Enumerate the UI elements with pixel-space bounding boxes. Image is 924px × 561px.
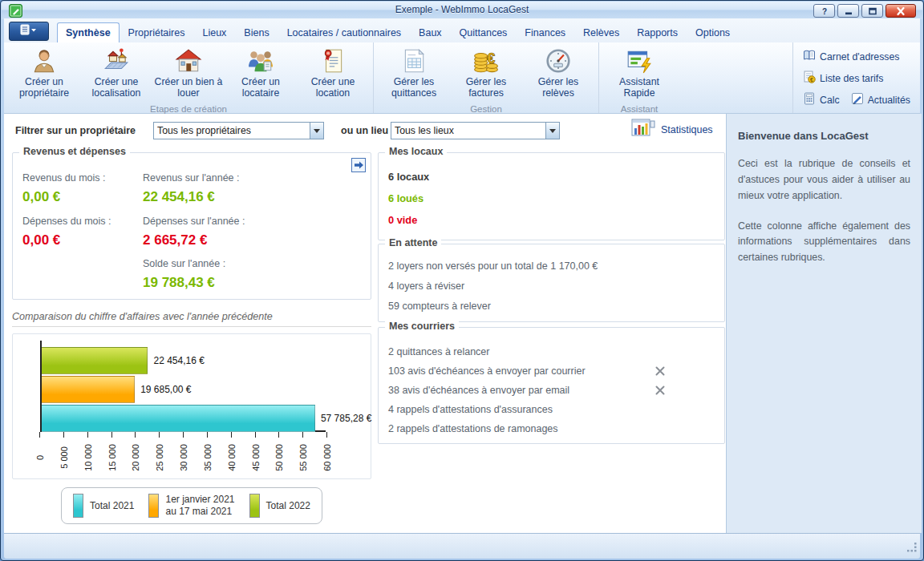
ribbon-button-label: Assistant Rapide <box>604 77 675 99</box>
turnover-chart-section: Comparaison du chiffre d'affaires avec l… <box>12 311 371 524</box>
sidebar-paragraph: Ceci est la rubrique de conseils et d'as… <box>738 156 910 204</box>
minimize-button[interactable] <box>837 4 859 18</box>
locals-panel: Mes locaux 6 locaux6 loués0 vide <box>378 152 725 240</box>
sidebar-paragraph: Cette colonne affiche également des info… <box>738 219 910 267</box>
pending-item: 2 loyers non versés pour un total de 1 1… <box>388 260 715 272</box>
ribbon: Créer un propriétaireCréer une localisat… <box>4 42 920 114</box>
dismiss-x-icon[interactable] <box>654 365 666 377</box>
tab-quittances[interactable]: Quittances <box>451 22 517 42</box>
ribbon-button-creer-un-bien-a-louer[interactable]: Créer un bien à louer <box>153 45 224 103</box>
mail-item: 4 rappels d'attestations d'assurances <box>388 400 715 419</box>
axis-tick-label: 15 000 <box>107 440 117 475</box>
people-group-icon <box>247 46 274 75</box>
axis-tick-mark <box>302 432 303 438</box>
application-menu-icon <box>20 24 38 38</box>
legend-label-line: 1er janvier 2021 <box>165 494 234 506</box>
axis-tick-label: 10 000 <box>83 440 93 475</box>
dismiss-x-icon[interactable] <box>654 385 666 396</box>
legend-label: Total 2021 <box>90 500 134 512</box>
ribbon-button-creer-une-location[interactable]: Créer une location <box>298 45 368 103</box>
axis-tick-mark <box>231 432 232 438</box>
wizard-icon <box>626 46 653 75</box>
ribbon-quick-links: Carnet d'adresses€Liste des tarifsCalcAc… <box>792 42 920 113</box>
news-pen-icon <box>851 92 864 107</box>
ribbon-button-gerer-les-quittances[interactable]: Gérer les quittances <box>379 45 449 103</box>
chart-legend: Total 20211er janvier 2021au 17 mai 2021… <box>61 487 322 524</box>
owner-filter-dropdown-icon[interactable] <box>310 123 323 139</box>
maximize-button[interactable] <box>861 4 883 18</box>
tab-locataires-cautionnaires[interactable]: Locataires / cautionnaires <box>278 22 410 42</box>
ribbon-button-label: Créer un propriétaire <box>9 77 79 99</box>
tab-biens[interactable]: Biens <box>235 22 278 42</box>
tab-synthese[interactable]: Synthèse <box>57 22 120 42</box>
tab-finances[interactable]: Finances <box>516 22 574 42</box>
application-menu-button[interactable] <box>9 22 49 41</box>
legend-label-line: au 17 mai 2021 <box>165 506 234 518</box>
legend-item: Total 2021 <box>73 494 134 518</box>
tab-proprietaires[interactable]: Propriétaires <box>120 22 194 42</box>
bar-value-label: 22 454,16 € <box>153 355 204 366</box>
tab-rapports[interactable]: Rapports <box>628 22 687 42</box>
statistics-button[interactable]: Statistiques <box>631 119 713 141</box>
locals-item: 0 vide <box>388 214 715 226</box>
pending-panel: En attente 2 loyers non versés pour un t… <box>378 244 725 322</box>
axis-tick-mark <box>255 432 256 438</box>
year-balance-label: Solde sur l'année : <box>143 258 225 269</box>
bar-value-label: 19 685,00 € <box>140 384 191 395</box>
ribbon-button-label: Créer une location <box>298 77 368 99</box>
tab-baux[interactable]: Baux <box>410 22 451 42</box>
ribbon-button-creer-un-locataire[interactable]: Créer un locataire <box>225 45 296 103</box>
tab-releves[interactable]: Relèves <box>574 22 628 42</box>
filter-bar: Filtrer sur un propriétaire Tous les pro… <box>4 114 726 149</box>
open-revenue-details-button[interactable] <box>351 158 366 172</box>
ribbon-button-gerer-les-releves[interactable]: Gérer les relèves <box>523 45 594 103</box>
address-book-icon <box>803 49 816 64</box>
maximize-icon <box>868 6 877 16</box>
axis-tick-mark <box>135 432 136 438</box>
chart-bar-total-2021 <box>42 405 315 432</box>
close-icon <box>895 6 906 16</box>
pending-item: 59 compteurs à relever <box>388 301 715 312</box>
quick-link-label: Carnet d'adresses <box>820 51 899 63</box>
coins-euro-icon: € <box>472 46 500 75</box>
quick-link-liste-des-tarifs[interactable]: €Liste des tarifs <box>803 71 910 86</box>
locals-item: 6 locaux <box>388 171 715 183</box>
place-filter-dropdown-icon[interactable] <box>545 123 559 139</box>
house-icon <box>175 46 202 75</box>
tab-lieux[interactable]: Lieux <box>193 22 235 42</box>
close-button[interactable] <box>886 4 916 18</box>
ribbon-button-label: Créer un locataire <box>225 77 296 99</box>
axis-tick-label: 25 000 <box>155 440 164 475</box>
resize-grip[interactable] <box>906 542 918 556</box>
ribbon-button-gerer-les-factures[interactable]: €Gérer les factures <box>451 45 521 103</box>
ribbon-button-label: Gérer les quittances <box>379 77 449 99</box>
ribbon-button-creer-une-localisation[interactable]: Créer une localisation <box>81 45 152 103</box>
axis-tick-mark <box>63 432 64 438</box>
legend-swatch <box>249 494 260 518</box>
quick-link-label: Actualités <box>868 95 910 106</box>
mail-item-text: 4 rappels d'attestations d'assurances <box>388 404 654 415</box>
mail-items: 2 quittances à relancer103 avis d'échéan… <box>388 342 715 438</box>
mail-item: 2 quittances à relancer <box>388 342 715 361</box>
svg-text:€: € <box>487 50 495 67</box>
ribbon-button-creer-un-proprietaire[interactable]: Créer un propriétaire <box>9 45 79 103</box>
ribbon-button-label: Créer une localisation <box>81 77 152 99</box>
ribbon-button-label: Créer un bien à louer <box>153 77 224 99</box>
help-button[interactable]: ? <box>813 4 835 18</box>
ribbon-button-label: Gérer les factures <box>451 77 521 99</box>
title-bar[interactable]: Exemple - WebImmo LocaGest ? <box>2 2 922 19</box>
tab-options[interactable]: Options <box>687 22 739 42</box>
place-filter-select[interactable]: Tous les lieux <box>391 122 560 139</box>
quick-link-calc[interactable]: Calc <box>803 92 840 107</box>
ribbon-group-etapes-de-creation: Créer un propriétaireCréer une localisat… <box>4 42 373 113</box>
quick-link-actualites[interactable]: Actualités <box>851 92 910 107</box>
ribbon-button-assistant-rapide[interactable]: Assistant Rapide <box>604 45 675 103</box>
axis-tick-mark <box>87 432 88 438</box>
locals-panel-title: Mes locaux <box>385 146 447 157</box>
window-controls: ? <box>813 4 916 18</box>
map-houses-icon <box>103 46 130 75</box>
owner-filter-select[interactable]: Tous les propriétaires <box>153 122 324 139</box>
axis-tick-mark <box>39 432 40 438</box>
quick-link-carnet-d-adresses[interactable]: Carnet d'adresses <box>803 49 910 64</box>
month-income-label: Revenus du mois : <box>22 172 106 184</box>
